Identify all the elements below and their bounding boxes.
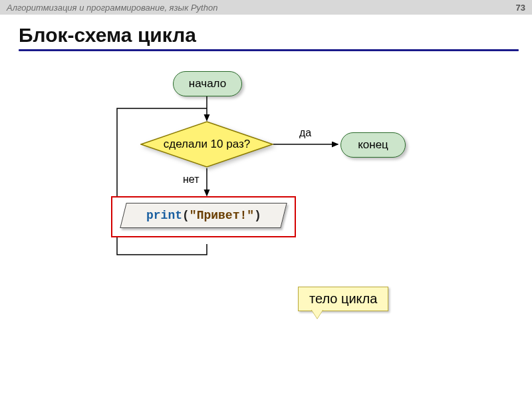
decision-label: сделали 10 раз? (164, 138, 250, 151)
breadcrumb: Алгоритмизация и программирование, язык … (7, 3, 217, 13)
header-bar: Алгоритмизация и программирование, язык … (0, 0, 532, 15)
start-label: начало (189, 77, 226, 90)
code-open-paren: ( (182, 209, 190, 222)
code-close-paren: ) (254, 209, 261, 222)
flowchart-decision: сделали 10 раз? (140, 121, 273, 168)
flowchart-start: начало (173, 71, 242, 96)
edge-label-no: нет (183, 174, 200, 186)
flowchart-process: print("Привет!") (120, 203, 287, 228)
code-keyword: print (146, 209, 182, 222)
flowchart-end: конец (340, 132, 406, 158)
flowchart-process-frame: print("Привет!") (111, 196, 296, 237)
edge-label-yes: да (299, 127, 311, 139)
code-string: "Привет!" (189, 209, 253, 222)
process-code: print("Привет!") (146, 209, 261, 222)
callout-tail (311, 309, 323, 319)
page-number: 73 (516, 3, 525, 13)
end-label: конец (358, 138, 388, 152)
page-title: Блок-схема цикла (19, 24, 532, 47)
callout-text: тело цикла (309, 291, 377, 306)
callout-loop-body: тело цикла (298, 287, 388, 311)
flowchart-canvas: начало сделали 10 раз? да нет конец prin… (0, 51, 532, 397)
